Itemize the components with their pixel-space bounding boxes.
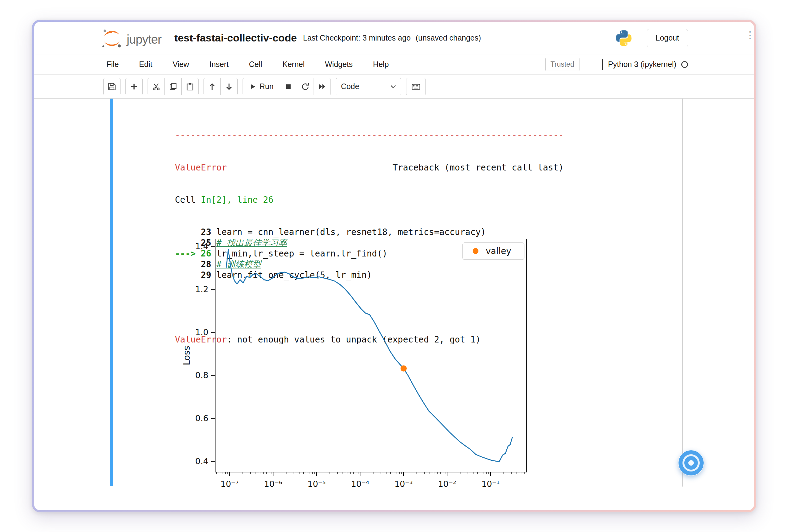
trusted-badge[interactable]: Trusted	[545, 58, 579, 71]
y-tick-label: 1.0	[195, 328, 208, 337]
notebook-title[interactable]: test-fastai-collectiv-code	[174, 32, 297, 44]
save-icon	[107, 82, 116, 91]
move-cell-up-button[interactable]	[204, 78, 221, 95]
keyboard-icon	[411, 82, 421, 91]
stop-icon	[284, 83, 292, 91]
run-label: Run	[259, 82, 274, 91]
x-tick-label: 10⁻³	[395, 479, 412, 489]
python-logo-icon	[615, 29, 633, 47]
screen-capture-overlay-button[interactable]	[678, 450, 704, 476]
add-cell-button[interactable]	[125, 78, 143, 95]
paste-cell-button[interactable]	[182, 78, 198, 95]
traceback-separator: ----------------------------------------…	[175, 130, 563, 141]
lr-find-plot-output: 10⁻⁷10⁻⁶10⁻⁵10⁻⁴10⁻³10⁻²10⁻¹0.40.60.81.0…	[180, 234, 546, 494]
selected-cell-indicator[interactable]	[110, 98, 113, 486]
play-icon	[249, 83, 256, 90]
unsaved-changes-status: (unsaved changes)	[416, 34, 481, 42]
restart-run-all-button[interactable]	[314, 78, 331, 95]
y-tick-label: 1.2	[195, 284, 208, 294]
menu-help[interactable]: Help	[367, 58, 394, 71]
kernel-idle-indicator-icon	[681, 61, 688, 68]
kernel-name: Python 3 (ipykernel)	[608, 60, 676, 69]
fast-forward-icon	[318, 82, 326, 91]
save-button[interactable]	[103, 78, 121, 95]
plot-spines	[215, 239, 527, 472]
x-tick-label: 10⁻⁷	[220, 479, 238, 489]
chevron-down-icon	[390, 85, 396, 88]
restart-icon	[301, 82, 310, 91]
cell-type-select[interactable]: Code	[336, 78, 401, 95]
y-tick-label: 1.4	[195, 241, 208, 251]
legend-marker-icon	[473, 248, 478, 254]
legend-label: valley	[486, 246, 511, 256]
menu-file[interactable]: File	[101, 58, 124, 71]
notebook-header: jupyter test-fastai-collectiv-code Last …	[34, 22, 754, 54]
cut-cell-button[interactable]	[148, 78, 165, 95]
menu-edit[interactable]: Edit	[133, 58, 158, 71]
y-tick-label: 0.8	[195, 371, 208, 380]
app-window: jupyter test-fastai-collectiv-code Last …	[32, 20, 756, 512]
traceback-header-line: ValueError Traceback (most recent call l…	[175, 162, 563, 173]
y-tick-label: 0.6	[195, 414, 208, 423]
copy-icon	[169, 82, 177, 91]
cell-type-value: Code	[341, 82, 359, 91]
menu-cell[interactable]: Cell	[243, 58, 268, 71]
jupyter-notebook-window: jupyter test-fastai-collectiv-code Last …	[34, 22, 754, 510]
valley-marker	[401, 365, 407, 372]
menubar-items: FileEditViewInsertCellKernelWidgetsHelp	[101, 58, 395, 71]
kernel-divider	[602, 59, 603, 70]
jupyter-logo-icon	[101, 28, 123, 48]
menu-view[interactable]: View	[167, 58, 195, 71]
notebook-area: ----------------------------------------…	[34, 98, 754, 510]
y-tick-label: 0.4	[195, 457, 208, 466]
loss-vs-learning-rate-chart: 10⁻⁷10⁻⁶10⁻⁵10⁻⁴10⁻³10⁻²10⁻¹0.40.60.81.0…	[180, 234, 546, 494]
arrow-up-icon	[208, 82, 216, 91]
y-axis-label: Loss	[182, 346, 192, 365]
arrow-down-icon	[225, 82, 233, 91]
logout-button[interactable]: Logout	[647, 29, 688, 47]
toolbar: Run Code	[34, 75, 754, 98]
more-vertical-icon[interactable]: ⋮	[745, 30, 755, 40]
x-tick-label: 10⁻⁵	[307, 479, 325, 489]
x-tick-label: 10⁻²	[438, 479, 456, 489]
restart-kernel-button[interactable]	[297, 78, 314, 95]
jupyter-wordmark: jupyter	[127, 32, 162, 46]
menu-insert[interactable]: Insert	[204, 58, 234, 71]
scissors-icon	[152, 82, 161, 91]
capture-target-icon	[678, 450, 704, 476]
move-cell-down-button[interactable]	[220, 78, 238, 95]
interrupt-kernel-button[interactable]	[280, 78, 297, 95]
menubar: FileEditViewInsertCellKernelWidgetsHelp …	[34, 54, 754, 75]
x-tick-label: 10⁻¹	[482, 479, 499, 489]
traceback-cell-line: Cell In[2], line 26	[175, 195, 563, 205]
checkpoint-status: Last Checkpoint: 3 minutes ago	[303, 34, 411, 42]
x-tick-label: 10⁻⁶	[264, 479, 282, 489]
scrollbar[interactable]	[682, 98, 683, 487]
paste-icon	[186, 82, 194, 91]
menu-widgets[interactable]: Widgets	[319, 58, 358, 71]
menu-kernel[interactable]: Kernel	[277, 58, 310, 71]
plus-icon	[130, 82, 139, 91]
x-tick-label: 10⁻⁴	[351, 479, 369, 489]
command-palette-button[interactable]	[406, 78, 426, 95]
loss-curve	[226, 250, 512, 462]
run-cell-button[interactable]: Run	[242, 78, 280, 95]
copy-cell-button[interactable]	[165, 78, 182, 95]
menubar-right: Trusted Python 3 (ipykernel)	[545, 58, 688, 71]
